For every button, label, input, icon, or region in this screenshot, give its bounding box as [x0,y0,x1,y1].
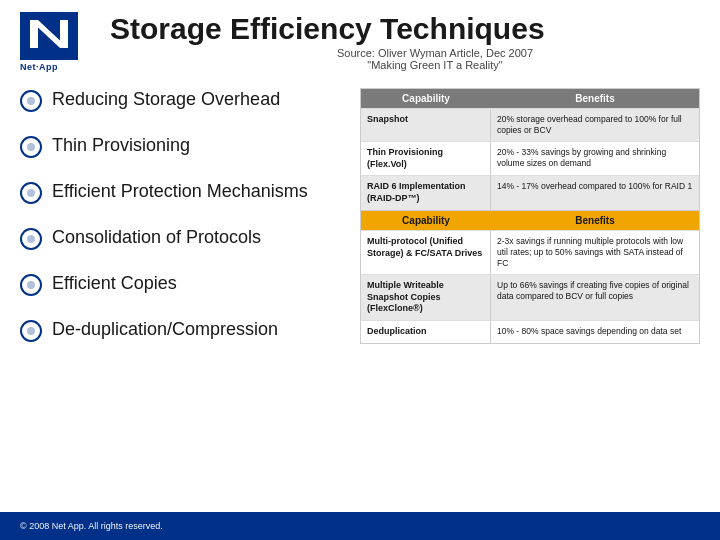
benefits-cell: 14% - 17% overhead compared to 100% for … [491,176,699,209]
table-row: Multiple Writeable Snapshot Copies (Flex… [361,274,699,320]
col-header2-benefits: Benefits [491,211,699,230]
bullet-icon [20,136,42,158]
benefits-cell: Up to 66% savings if creating five copie… [491,275,699,320]
col-header2-capability: Capability [361,211,491,230]
table-wrapper: Capability Benefits Snapshot 20% storage… [360,88,700,344]
benefits-cell: 2-3x savings if running multiple protoco… [491,231,699,274]
slide: Net·App Storage Efficiency Techniques So… [0,0,720,540]
capability-cell: Multi-protocol (Unified Storage) & FC/SA… [361,231,491,274]
main-content: Reducing Storage Overhead Thin Provision… [0,80,720,364]
benefits-cell: 20% - 33% savings by growing and shrinki… [491,142,699,175]
bullet-list: Reducing Storage Overhead Thin Provision… [20,88,340,364]
list-item[interactable]: Consolidation of Protocols [20,226,340,250]
capability-cell: RAID 6 Implementation (RAID-DP™) [361,176,491,209]
logo-area: Net·App [20,12,100,72]
bullet-icon [20,182,42,204]
logo-tagline: Net·App [20,62,100,72]
netapp-logo-icon [24,16,74,56]
list-item-label: Thin Provisioning [52,134,190,157]
bullet-icon [20,228,42,250]
table-row: Thin Provisioning (Flex.Vol) 20% - 33% s… [361,141,699,175]
footer-text: © 2008 Net App. All rights reserved. [20,521,163,531]
capability-cell: Deduplication [361,321,491,343]
capability-cell: Snapshot [361,109,491,141]
table-row: Deduplication 10% - 80% space savings de… [361,320,699,343]
list-item[interactable]: Efficient Copies [20,272,340,296]
bullet-icon [20,90,42,112]
col-header-capability: Capability [361,89,491,108]
benefits-table: Capability Benefits Snapshot 20% storage… [360,88,700,364]
capability-cell: Multiple Writeable Snapshot Copies (Flex… [361,275,491,320]
list-item-label: Efficient Copies [52,272,177,295]
list-item-label: De-duplication/Compression [52,318,278,341]
logo-box [20,12,78,60]
list-item-label: Consolidation of Protocols [52,226,261,249]
capability-cell: Thin Provisioning (Flex.Vol) [361,142,491,175]
source-citation: Source: Oliver Wyman Article, Dec 2007"M… [170,47,700,71]
list-item[interactable]: Efficient Protection Mechanisms [20,180,340,204]
list-item-label: Efficient Protection Mechanisms [52,180,308,203]
col-header-benefits: Benefits [491,89,699,108]
benefits-cell: 10% - 80% space savings depending on dat… [491,321,699,343]
footer: © 2008 Net App. All rights reserved. [0,512,720,540]
table-section1-header: Capability Benefits [361,89,699,108]
bullet-icon [20,320,42,342]
list-item[interactable]: Thin Provisioning [20,134,340,158]
bullet-icon [20,274,42,296]
title-area: Storage Efficiency Techniques Source: Ol… [100,12,700,71]
header: Net·App Storage Efficiency Techniques So… [0,0,720,80]
table-row: Snapshot 20% storage overhead compared t… [361,108,699,141]
benefits-cell: 20% storage overhead compared to 100% fo… [491,109,699,141]
list-item-label: Reducing Storage Overhead [52,88,280,111]
list-item[interactable]: De-duplication/Compression [20,318,340,342]
page-title: Storage Efficiency Techniques [110,12,700,45]
table-row: Multi-protocol (Unified Storage) & FC/SA… [361,230,699,274]
list-item[interactable]: Reducing Storage Overhead [20,88,340,112]
table-row: RAID 6 Implementation (RAID-DP™) 14% - 1… [361,175,699,209]
table-section2-header: Capability Benefits [361,210,699,230]
